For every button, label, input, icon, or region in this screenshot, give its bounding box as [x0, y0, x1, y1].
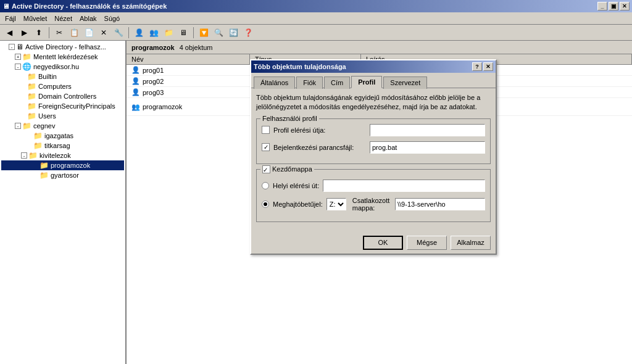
igazgatas-icon: 📁: [33, 131, 43, 140]
dialog-title-buttons: ? ✕: [472, 62, 493, 71]
minimize-button[interactable]: _: [597, 2, 607, 10]
tab-cim[interactable]: Cím: [324, 77, 350, 89]
ok-button[interactable]: OK: [363, 236, 403, 250]
tree-item-computers[interactable]: 📁 Computers: [1, 81, 124, 91]
dialog-help-button[interactable]: ?: [472, 62, 482, 71]
builtin-label: Builtin: [38, 73, 57, 80]
toolbar-sep-2: [128, 27, 129, 38]
tree-item-domaincontrollers[interactable]: 📁 Domain Controllers: [1, 91, 124, 101]
cell-nev-1: 👤 prog02: [127, 77, 250, 86]
drive-select[interactable]: Z:: [326, 198, 346, 210]
menu-ablak[interactable]: Ablak: [76, 14, 101, 23]
menu-sugo[interactable]: Súgó: [101, 14, 124, 23]
new-user-button[interactable]: 👤: [132, 26, 146, 39]
close-button[interactable]: ✕: [620, 2, 630, 10]
negyediksor-label: negyediksor.hu: [33, 63, 79, 70]
delete-button[interactable]: ✕: [97, 26, 110, 39]
main-container: - 🖥 Active Directory - felhasz... + 📁 Me…: [0, 41, 632, 364]
dc-label: Domain Controllers: [38, 93, 96, 100]
bejelentkezesi-row: Bejelentkezési parancsfájl:: [262, 141, 485, 154]
restore-button[interactable]: ▣: [609, 2, 618, 10]
igazgatas-label: igazgatas: [44, 132, 73, 139]
computers-label: Computers: [38, 83, 72, 90]
meghajtobetujel-radio-row: Meghajtóbetűjel: Z: Csatlakozott mappa:: [262, 197, 485, 212]
forward-button[interactable]: ▶: [17, 26, 31, 39]
menu-muvelet[interactable]: Művelet: [20, 14, 51, 23]
tree-item-users[interactable]: 📁 Users: [1, 111, 124, 121]
alkalmaz-button[interactable]: Alkalmaz: [451, 236, 491, 250]
dialog-title-text: Több objektum tulajdonsága: [254, 63, 346, 70]
tree-item-titkarsag[interactable]: 📁 titkarsag: [1, 141, 124, 151]
helyi-radio[interactable]: [262, 182, 269, 189]
tree-item-negyediksor[interactable]: - 🌐 negyediksor.hu: [1, 62, 124, 72]
tree-item-gyartosor[interactable]: 📁 gyartosor: [1, 170, 124, 180]
expand-negyediksor[interactable]: -: [15, 64, 21, 70]
tree-item-saved[interactable]: + 📁 Mentett lekérdezések: [1, 52, 124, 62]
dialog-tab-content: Több objektum tulajdonságának egyidejű m…: [251, 88, 496, 232]
cell-nev-0: 👤 prog01: [127, 65, 250, 75]
tree-item-foreignsecurity[interactable]: 📁 ForeignSecurityPrincipals: [1, 101, 124, 111]
user-icon-1: 👤: [131, 77, 140, 85]
users-label: Users: [38, 112, 56, 120]
helyi-label: Helyi elérési út:: [273, 182, 319, 189]
title-bar-buttons: _ ▣ ✕: [597, 2, 630, 10]
up-button[interactable]: ⬆: [32, 26, 46, 39]
kezdomappa-checkbox[interactable]: [262, 165, 270, 173]
tree-item-kivitelezok[interactable]: - 📁 kivitelezok: [1, 151, 124, 160]
root-icon: 🖥: [16, 43, 23, 51]
list-folder-name: programozok: [131, 44, 175, 51]
saved-label: Mentett lekérdezések: [33, 53, 98, 60]
kezdomappa-group-title: Kezdőmappa: [260, 165, 314, 173]
tree-item-root[interactable]: - 🖥 Active Directory - felhasz...: [1, 42, 124, 52]
new-group-button[interactable]: 👥: [147, 26, 160, 39]
back-button[interactable]: ◀: [2, 26, 16, 39]
list-header: programozok 4 objektum: [127, 41, 632, 54]
profil-eleres-input[interactable]: [370, 124, 485, 136]
bejelentkezesi-checkbox[interactable]: [262, 143, 270, 151]
expand-root[interactable]: -: [9, 44, 15, 50]
profil-eleres-checkbox[interactable]: [262, 126, 270, 134]
dialog-close-button[interactable]: ✕: [483, 62, 493, 71]
filter-button[interactable]: 🔽: [197, 26, 210, 39]
col-header-nev[interactable]: Név: [127, 54, 250, 64]
properties-button[interactable]: 🔧: [112, 26, 125, 39]
root-label: Active Directory - felhasz...: [25, 43, 106, 51]
meghajtobetujel-label: Meghajtóbetűjel:: [273, 201, 323, 208]
expand-cegnev[interactable]: -: [15, 123, 21, 129]
menu-nezet[interactable]: Nézet: [51, 14, 76, 23]
titkarsag-icon: 📁: [33, 141, 43, 150]
helyi-input[interactable]: [323, 180, 485, 192]
cegnev-label: cegnev: [33, 122, 55, 130]
meghajtobetujel-radio[interactable]: [262, 201, 269, 208]
tree-item-cegnev[interactable]: - 📁 cegnev: [1, 121, 124, 131]
cell-nev-3: 👥 programozok: [127, 102, 250, 112]
refresh-button[interactable]: 🔄: [227, 26, 240, 39]
tab-szervezet[interactable]: Szervezet: [383, 77, 427, 89]
right-pane: programozok 4 objektum Név Típus Leírás …: [127, 41, 632, 364]
help-button[interactable]: ❓: [241, 26, 255, 39]
search-button[interactable]: 🔍: [212, 26, 225, 39]
new-computer-button[interactable]: 🖥: [177, 26, 190, 39]
tree-item-igazgatas[interactable]: 📁 igazgatas: [1, 131, 124, 141]
tab-altalanos[interactable]: Általános: [254, 77, 295, 89]
dc-icon: 📁: [27, 92, 36, 101]
dialog-description: Több objektum tulajdonságának egyidejű m…: [256, 93, 491, 112]
tab-fiok[interactable]: Fiók: [296, 77, 323, 89]
menu-fajl[interactable]: Fájl: [1, 14, 20, 23]
csatlakozott-label: Csatlakozott mappa:: [352, 197, 391, 212]
expand-kivitelezok[interactable]: -: [21, 152, 27, 159]
tab-profil[interactable]: Profil: [351, 76, 382, 88]
users-icon: 📁: [27, 112, 36, 120]
bejelentkezesi-input[interactable]: [370, 141, 485, 154]
megse-button[interactable]: Mégse: [407, 236, 447, 250]
tree-item-programozok[interactable]: 📁 programozok: [1, 160, 124, 170]
paste-button[interactable]: 📄: [82, 26, 96, 39]
gyartosor-icon: 📁: [40, 171, 49, 180]
copy-button[interactable]: 📋: [67, 26, 81, 39]
expand-saved[interactable]: +: [15, 54, 21, 60]
tree-item-builtin[interactable]: 📁 Builtin: [1, 72, 124, 81]
app-icon: 🖥: [2, 2, 9, 10]
cut-button[interactable]: ✂: [52, 26, 66, 39]
new-ou-button[interactable]: 📁: [162, 26, 175, 39]
csatlakozott-input[interactable]: [395, 198, 485, 210]
